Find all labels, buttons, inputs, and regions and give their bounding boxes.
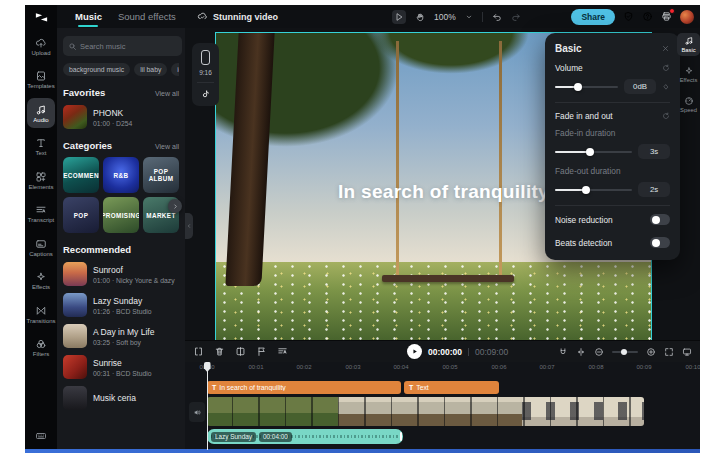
volume-slider[interactable] — [555, 86, 618, 88]
audio-clip-duration: 00:04:00 — [259, 432, 292, 442]
sidebar-item-captions[interactable]: Captions — [27, 232, 55, 262]
favorite-track-phonk[interactable]: PHONK 01:00 · D254 — [63, 105, 179, 129]
fade-out-slider[interactable] — [555, 189, 632, 191]
track-sunroof[interactable]: Sunroof 01:00 · Nicky Youre & dazy — [63, 262, 179, 286]
timeline-zoom-out-button[interactable] — [594, 347, 604, 357]
track-musik-ceria[interactable]: Musik ceria — [63, 386, 179, 410]
sidebar-item-effects[interactable]: Effects — [27, 266, 55, 296]
undo-button[interactable] — [492, 12, 502, 22]
sidebar-item-elements[interactable]: Elements — [27, 165, 55, 195]
sidebar-item-transcript[interactable]: Transcript — [27, 199, 55, 229]
panel-tabs: Music Sound effects — [75, 5, 176, 28]
mirror-button[interactable] — [235, 346, 246, 357]
tag-chip[interactable]: background music — [63, 63, 130, 76]
aspect-ratio-widget[interactable]: 9:16 — [192, 43, 219, 106]
avatar[interactable] — [680, 10, 694, 24]
divider — [197, 82, 214, 83]
sidebar-item-transitions[interactable]: Transitions — [27, 299, 55, 329]
category-tile-pop-album[interactable]: POP ALBUM — [143, 157, 179, 193]
zoom-dropdown-button[interactable] — [465, 13, 473, 21]
sidebar-item-upload[interactable]: Upload — [27, 31, 55, 61]
app-window: Upload Templates Audio Text Elements Tra… — [25, 5, 700, 450]
keyboard-shortcuts-button[interactable] — [35, 430, 47, 442]
tag-chips: background music lil baby ice — [63, 63, 179, 76]
beats-detection-toggle[interactable] — [650, 237, 670, 248]
reset-icon[interactable] — [662, 64, 670, 72]
captions-icon — [35, 238, 47, 250]
tab-sound-effects[interactable]: Sound effects — [118, 5, 176, 28]
tiktok-icon[interactable] — [200, 89, 211, 100]
track-a-day-in-my-life[interactable]: A Day in My Life 03:25 · Soft boy — [63, 324, 179, 348]
timeline[interactable]: 00:00 00:01 00:02 00:03 00:04 00:05 00:0… — [185, 362, 700, 450]
category-tile-promising[interactable]: PROMISING — [103, 197, 139, 233]
sidebar-item-audio[interactable]: Audio — [27, 98, 55, 128]
reset-icon[interactable] — [662, 112, 670, 120]
keyframe-diamond-icon[interactable] — [662, 83, 670, 91]
split-button[interactable] — [193, 346, 204, 357]
play-button[interactable] — [407, 344, 422, 359]
clip-trim-handle[interactable] — [400, 432, 402, 441]
auto-captions-button[interactable] — [277, 346, 288, 357]
text-clip-tranquility[interactable]: T In search of tranquility — [207, 381, 401, 394]
categories-scroll-next-button[interactable] — [168, 199, 182, 213]
search-input[interactable] — [80, 42, 177, 51]
help-button[interactable] — [642, 11, 653, 22]
fade-out-value[interactable]: 2s — [638, 182, 670, 197]
settings-tab-basic[interactable]: Basic — [677, 33, 700, 56]
select-tool-button[interactable] — [392, 10, 406, 24]
track-meta: 00:31 · BCD Studio — [93, 370, 152, 377]
sidebar-item-filters[interactable]: Filters — [27, 333, 55, 363]
fade-label: Fade in and out — [555, 111, 613, 121]
categories-view-all[interactable]: View all — [155, 143, 179, 150]
text-clip-text[interactable]: T Text — [404, 381, 499, 394]
category-tile-pop[interactable]: POP — [63, 197, 99, 233]
frame-separators — [207, 397, 644, 426]
tag-chip[interactable]: lil baby — [134, 63, 167, 76]
video-clip[interactable] — [207, 397, 644, 426]
track-title: Musik ceria — [93, 393, 136, 403]
export-tasks-button[interactable] — [661, 11, 672, 22]
question-icon — [642, 11, 653, 22]
category-tile-recommend[interactable]: RECOMMEND — [63, 157, 99, 193]
auto-snap-button[interactable] — [576, 347, 586, 357]
ruler-tick: 00:07 — [539, 364, 554, 370]
collapse-panel-handle[interactable] — [185, 213, 193, 239]
hand-tool-button[interactable] — [415, 12, 425, 22]
mute-track-button[interactable] — [189, 402, 205, 422]
current-time: 00:00:00 — [428, 347, 462, 357]
zoom-level[interactable]: 100% — [434, 12, 456, 22]
fade-in-value[interactable]: 3s — [638, 144, 670, 159]
playhead[interactable] — [207, 362, 209, 450]
track-sunrise[interactable]: Sunrise 00:31 · BCD Studio — [63, 355, 179, 379]
settings-tab-speed[interactable]: Speed — [677, 93, 700, 116]
ruler-tick: 00:09 — [636, 364, 651, 370]
noise-reduction-toggle[interactable] — [650, 214, 670, 225]
timeline-zoom-slider[interactable] — [612, 351, 638, 353]
share-button[interactable]: Share — [571, 9, 615, 25]
preview-quality-button[interactable] — [682, 347, 692, 357]
sidebar-item-text[interactable]: Text — [27, 132, 55, 162]
notification-badge — [669, 8, 675, 14]
volume-value[interactable]: 0dB — [624, 79, 656, 94]
magnetic-snap-button[interactable] — [558, 347, 568, 357]
album-art — [63, 324, 87, 348]
fit-timeline-button[interactable] — [664, 347, 674, 357]
favorites-view-all[interactable]: View all — [155, 90, 179, 97]
settings-tab-effects[interactable]: Effects — [677, 63, 700, 86]
redo-button[interactable] — [511, 12, 521, 22]
fade-in-slider[interactable] — [555, 151, 632, 153]
tag-chip[interactable]: ice — [171, 63, 179, 76]
timeline-zoom-in-button[interactable] — [646, 347, 656, 357]
track-lazy-sunday[interactable]: Lazy Sunday 01:26 · BCD Studio — [63, 293, 179, 317]
audio-clip-lazy-sunday[interactable]: Lazy Sunday 00:04:00 — [207, 429, 403, 444]
speaker-icon — [193, 408, 202, 417]
marker-button[interactable] — [256, 346, 267, 357]
privacy-shield-button[interactable] — [623, 11, 634, 22]
album-art — [63, 262, 87, 286]
close-icon[interactable] — [661, 44, 670, 53]
sidebar-item-templates[interactable]: Templates — [27, 65, 55, 95]
playhead-handle[interactable] — [204, 362, 211, 372]
tab-music[interactable]: Music — [75, 5, 102, 28]
delete-button[interactable] — [214, 346, 225, 357]
category-tile-rnb[interactable]: R&B — [103, 157, 139, 193]
